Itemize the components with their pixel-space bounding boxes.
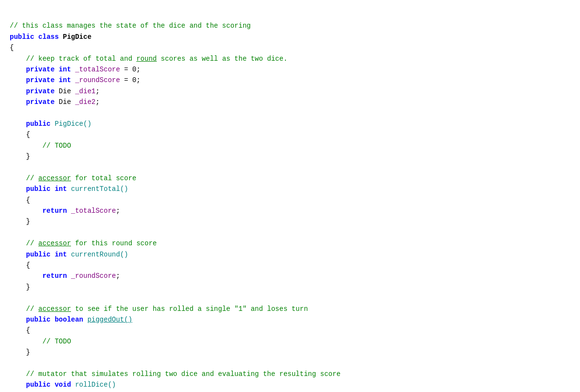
line-14 bbox=[10, 162, 570, 172]
line-22: public int currentRound() bbox=[10, 249, 570, 260]
var-totalScore-ref: _totalScore bbox=[71, 207, 116, 215]
line-2: public class PigDice bbox=[10, 32, 570, 42]
keyword-int-2: int bbox=[59, 76, 71, 84]
line-10: public PigDice() bbox=[10, 119, 570, 129]
brace-open-3: { bbox=[26, 261, 30, 269]
method-rollDice: rollDice() bbox=[75, 381, 116, 389]
line-16: public int currentTotal() bbox=[10, 184, 570, 194]
var-totalScore: _totalScore bbox=[75, 66, 120, 73]
brace-open-1: { bbox=[26, 131, 30, 138]
keyword-void: void bbox=[54, 381, 71, 389]
comment-accessor-pigged: // accessor to see if the user has rolle… bbox=[26, 305, 308, 313]
brace-open-4: { bbox=[26, 326, 30, 334]
line-11: { bbox=[10, 129, 570, 140]
comment-todo-1: // TODO bbox=[42, 142, 71, 150]
line-8: private Die _die2; bbox=[10, 97, 570, 107]
brace-close-4: } bbox=[26, 348, 30, 356]
var-roundScore-ref: _roundScore bbox=[71, 272, 116, 280]
brace-close-2: } bbox=[26, 218, 30, 225]
line-19: } bbox=[10, 216, 570, 227]
keyword-int-ct: int bbox=[54, 185, 67, 193]
var-die2: _die2 bbox=[75, 98, 95, 106]
brace-open-0: { bbox=[10, 44, 14, 51]
brace-open-2: { bbox=[26, 196, 30, 204]
line-31: } bbox=[10, 347, 570, 358]
line-28: public boolean piggedOut() bbox=[10, 314, 570, 325]
line-34: public void rollDice() bbox=[10, 379, 570, 390]
keyword-public-cr: public bbox=[26, 251, 51, 258]
line-15: // accessor for total score bbox=[10, 173, 570, 184]
line-29: { bbox=[10, 325, 570, 336]
brace-close-3: } bbox=[26, 283, 30, 291]
line-30: // TODO bbox=[10, 336, 570, 347]
classname-pigdice: PigDice bbox=[63, 33, 91, 41]
keyword-public-po: public bbox=[26, 316, 51, 324]
line-27: // accessor to see if the user has rolle… bbox=[10, 304, 570, 314]
line-23: { bbox=[10, 260, 570, 271]
line-17: { bbox=[10, 195, 570, 205]
keyword-public-rd: public bbox=[26, 381, 51, 389]
comment-accessor-total: // accessor for total score bbox=[26, 174, 137, 182]
comment-manages: // this class manages the state of the d… bbox=[10, 22, 251, 30]
comment-todo-2: // TODO bbox=[42, 338, 71, 345]
line-6: private int _roundScore = 0; bbox=[10, 75, 570, 85]
line-20 bbox=[10, 227, 570, 238]
comment-keep: // keep track of total and round scores … bbox=[26, 55, 288, 63]
keyword-public: public bbox=[10, 33, 34, 41]
method-pigdice-ctor: PigDice() bbox=[54, 120, 91, 128]
keyword-private-1: private bbox=[26, 66, 55, 73]
keyword-class: class bbox=[38, 33, 59, 41]
line-33: // mutator that simulates rolling two di… bbox=[10, 369, 570, 379]
comment-accessor-round: // accessor for this round score bbox=[26, 239, 157, 247]
line-3: { bbox=[10, 42, 570, 53]
keyword-private-2: private bbox=[26, 76, 55, 84]
line-4: // keep track of total and round scores … bbox=[10, 53, 570, 64]
keyword-public-ctor: public bbox=[26, 120, 51, 128]
line-12: // TODO bbox=[10, 140, 570, 151]
line-1: // this class manages the state of the d… bbox=[10, 20, 570, 31]
line-24: return _roundScore; bbox=[10, 271, 570, 281]
method-currentRound: currentRound() bbox=[71, 251, 128, 258]
var-roundScore: _roundScore bbox=[75, 76, 120, 84]
line-9 bbox=[10, 108, 570, 119]
line-18: return _totalScore; bbox=[10, 205, 570, 216]
code-editor: // this class manages the state of the d… bbox=[10, 5, 570, 392]
line-32 bbox=[10, 358, 570, 369]
line-25: } bbox=[10, 282, 570, 292]
comment-mutator: // mutator that simulates rolling two di… bbox=[26, 370, 341, 378]
line-5: private int _totalScore = 0; bbox=[10, 64, 570, 75]
line-7: private Die _die1; bbox=[10, 86, 570, 97]
keyword-return-1: return bbox=[42, 207, 67, 215]
line-21: // accessor for this round score bbox=[10, 238, 570, 249]
line-13: } bbox=[10, 151, 570, 162]
line-26 bbox=[10, 292, 570, 303]
keyword-int-1: int bbox=[59, 66, 71, 73]
method-piggedOut: piggedOut() bbox=[88, 316, 132, 324]
keyword-private-3: private bbox=[26, 87, 55, 95]
keyword-boolean: boolean bbox=[54, 316, 83, 324]
keyword-return-2: return bbox=[42, 272, 67, 280]
keyword-private-4: private bbox=[26, 98, 55, 106]
brace-close-1: } bbox=[26, 153, 30, 160]
keyword-public-ct: public bbox=[26, 185, 51, 193]
var-die1: _die1 bbox=[75, 87, 95, 95]
keyword-int-cr: int bbox=[54, 251, 67, 258]
method-currentTotal: currentTotal() bbox=[71, 185, 128, 193]
